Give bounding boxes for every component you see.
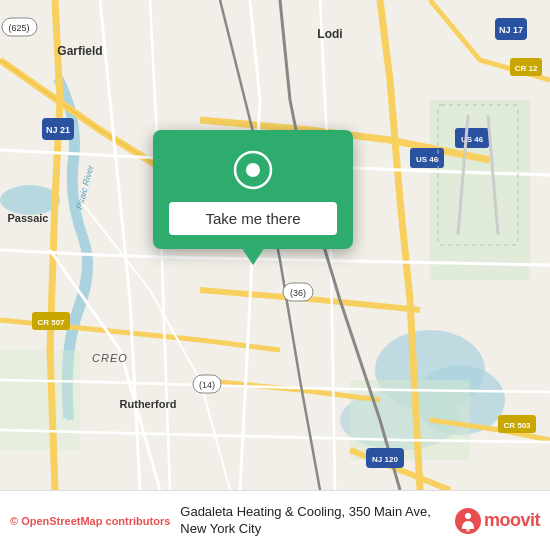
svg-text:NJ 17: NJ 17 [499,25,523,35]
bottom-bar: © OpenStreetMap contributors Gadaleta He… [0,490,550,550]
take-me-there-button[interactable]: Take me there [169,202,337,235]
map-container: NJ 17 US 46 US 46 CR 12 NJ 21 (36) (14) … [0,0,550,490]
svg-text:Passaic: Passaic [8,212,49,224]
svg-point-4 [0,185,60,215]
svg-point-40 [246,163,260,177]
osm-text: © OpenStreetMap contributors [10,515,170,527]
osm-attribution: © OpenStreetMap contributors [10,514,170,528]
popup-card: Take me there [153,130,353,249]
moovit-logo: moovit [454,507,540,535]
svg-text:Rutherford: Rutherford [120,398,177,410]
svg-text:CREO: CREO [92,352,128,364]
svg-text:(36): (36) [290,288,306,298]
location-text: Gadaleta Heating & Cooling, 350 Main Ave… [180,504,446,538]
svg-text:NJ 21: NJ 21 [46,125,70,135]
svg-text:Garfield: Garfield [57,44,102,58]
svg-text:CR 503: CR 503 [503,421,531,430]
svg-point-42 [465,513,471,519]
moovit-icon [454,507,482,535]
svg-text:CR 507: CR 507 [37,318,65,327]
moovit-text: moovit [484,510,540,531]
svg-rect-5 [430,100,530,280]
svg-rect-7 [0,350,80,450]
svg-rect-6 [350,380,470,460]
svg-text:NJ 120: NJ 120 [372,455,398,464]
location-pin-icon [233,150,273,190]
svg-text:(14): (14) [199,380,215,390]
svg-text:US 46: US 46 [416,155,439,164]
svg-text:(625): (625) [8,23,29,33]
svg-text:CR 12: CR 12 [515,64,538,73]
svg-text:Lodi: Lodi [317,27,342,41]
